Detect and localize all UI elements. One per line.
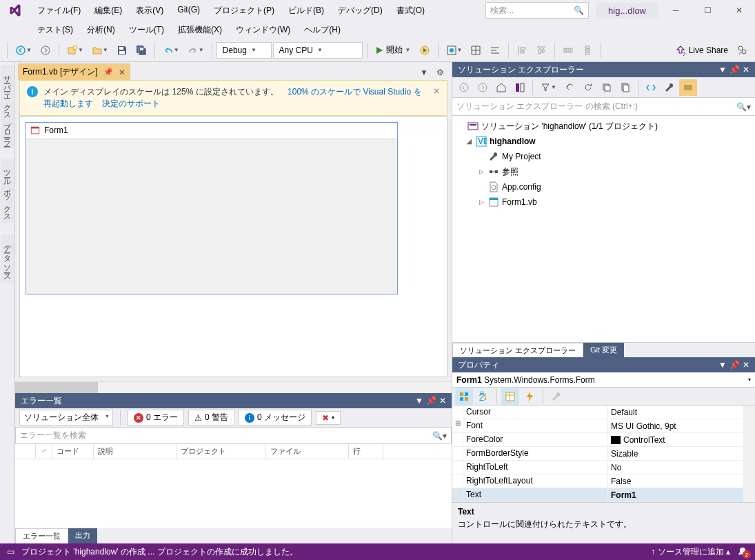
prop-font[interactable]: ⊞FontMS UI Gothic, 9pt [452, 419, 743, 433]
new-project-button[interactable]: ▼ [63, 42, 87, 59]
solution-search-input[interactable]: ソリューション エクスプローラー の検索 (Ctrl+:) 🔍▾ [452, 98, 755, 116]
properties-button[interactable] [661, 79, 678, 96]
notifications-button[interactable]: 2 [737, 546, 748, 557]
menu-help[interactable]: ヘルプ(H) [297, 20, 348, 40]
platform-combo[interactable]: Any CPU▼ [273, 42, 363, 59]
tree-project[interactable]: ◢ VB highandlow [452, 134, 755, 149]
home-button[interactable] [492, 79, 510, 96]
prop-text[interactable]: TextForm1 [452, 488, 743, 502]
close-button[interactable]: ✕ [723, 0, 755, 21]
align-left-button[interactable] [513, 42, 531, 59]
save-button[interactable] [113, 42, 131, 59]
sync-button[interactable] [561, 79, 578, 96]
col-code[interactable]: コード [52, 444, 94, 459]
show-all-files-button[interactable] [616, 79, 634, 96]
solution-name-label[interactable]: hig...dlow [596, 3, 658, 19]
pin-icon[interactable]: 📌 [103, 68, 113, 77]
document-tab[interactable]: Form1.vb [デザイン] 📌 ✕ [18, 63, 130, 80]
close-tab-icon[interactable]: ✕ [119, 68, 125, 77]
back-button[interactable]: ▼ [12, 42, 35, 59]
prop-righttoleftlayout[interactable]: RightToLeftLayoutFalse [452, 474, 743, 488]
source-control-button[interactable]: ↑ ソース管理に追加 ▴ [651, 546, 730, 558]
save-all-button[interactable] [132, 42, 150, 59]
refresh-button[interactable] [579, 79, 597, 96]
menu-test[interactable]: テスト(S) [30, 20, 80, 40]
warnings-filter-button[interactable]: ⚠0 警告 [188, 410, 234, 426]
categorized-button[interactable] [455, 388, 473, 405]
output-tab[interactable]: 出力 [68, 528, 97, 543]
tree-solution-root[interactable]: ソリューション 'highandlow' (1/1 プロジェクト) [452, 119, 755, 134]
align-top-button[interactable] [532, 42, 550, 59]
live-share-button[interactable]: Live Share [672, 42, 732, 59]
collapse-all-button[interactable] [598, 79, 616, 96]
errorlist-search-input[interactable]: エラー一覧を検索 🔍▾ [15, 428, 452, 444]
menu-format[interactable]: 書式(O) [390, 1, 432, 21]
errors-filter-button[interactable]: ✕0 エラー [128, 410, 184, 426]
info-close-icon[interactable]: ✕ [433, 86, 440, 96]
tree-appconfig[interactable]: App.config [452, 179, 755, 194]
properties-scrollbar[interactable] [743, 406, 755, 502]
panel-dropdown-icon[interactable]: ▼ [718, 65, 727, 74]
horizontal-scrollbar[interactable] [15, 381, 452, 393]
datasources-tab[interactable]: データ ソース [1, 234, 14, 283]
undo-button[interactable]: ▼ [159, 42, 183, 59]
properties-object-combo[interactable]: Form1 System.Windows.Forms.Form ▾ [452, 372, 755, 388]
close-panel-icon[interactable]: ✕ [743, 65, 749, 74]
open-button[interactable]: ▼ [88, 42, 112, 59]
menu-file[interactable]: ファイル(F) [30, 1, 88, 21]
panel-dropdown-icon[interactable]: ▼ [718, 360, 727, 370]
start-without-debug-button[interactable] [416, 42, 434, 59]
expand-arrow-icon[interactable]: ▷ [477, 168, 485, 175]
hspace-button[interactable] [559, 42, 577, 59]
prop-forecolor[interactable]: ForeColorControlText [452, 433, 743, 447]
property-pages-button[interactable] [547, 388, 565, 405]
switch-views-button[interactable] [511, 79, 529, 96]
vspace-button[interactable] [578, 42, 596, 59]
server-explorer-tab[interactable]: サーバー エクスプローラー [1, 65, 14, 148]
menu-window[interactable]: ウィンドウ(W) [229, 20, 297, 40]
redo-button[interactable]: ▼ [184, 42, 208, 59]
solution-explorer-tab[interactable]: ソリューション エクスプローラー [452, 343, 583, 357]
menu-analyze[interactable]: 分析(N) [80, 20, 122, 40]
messages-filter-button[interactable]: i0 メッセージ [239, 410, 312, 426]
col-icon[interactable] [15, 444, 36, 459]
buildintellisense-button[interactable]: ✖▾ [316, 411, 341, 425]
maximize-button[interactable]: ☐ [692, 0, 723, 21]
forward-button[interactable] [474, 79, 492, 96]
layout-button[interactable]: ▼ [443, 42, 466, 59]
align-button[interactable] [486, 42, 504, 59]
properties-button[interactable] [501, 388, 519, 405]
events-button[interactable] [521, 388, 538, 405]
expand-arrow-icon[interactable]: ▷ [477, 199, 485, 206]
close-panel-icon[interactable]: ✕ [439, 396, 446, 406]
pin-icon[interactable]: 📌 [729, 65, 740, 74]
start-button[interactable]: 開始▼ [372, 41, 414, 59]
panel-dropdown-icon[interactable]: ▼ [415, 396, 423, 406]
prop-cursor[interactable]: CursorDefault [452, 406, 743, 419]
expand-icon[interactable]: ⊞ [452, 419, 463, 432]
prop-formborderstyle[interactable]: FormBorderStyleSizable [452, 447, 743, 461]
errorlist-scope-combo[interactable]: ソリューション全体 [19, 410, 113, 426]
alphabetical-button[interactable]: AZ [474, 388, 492, 405]
menu-debug[interactable]: デバッグ(D) [331, 1, 390, 21]
preview-button[interactable] [679, 79, 697, 96]
configuration-combo[interactable]: Debug▼ [217, 42, 272, 59]
forward-button[interactable] [37, 42, 54, 59]
col-line[interactable]: 行 [349, 444, 383, 459]
minimize-button[interactable]: ─ [660, 0, 692, 21]
back-button[interactable] [455, 79, 473, 96]
errorlist-tab[interactable]: エラー一覧 [15, 528, 68, 543]
menu-tools[interactable]: ツール(T) [122, 20, 171, 40]
expand-arrow-icon[interactable]: ◢ [465, 138, 473, 145]
feedback-button[interactable] [733, 42, 751, 59]
grid-button[interactable] [467, 42, 485, 59]
col-suppress[interactable]: ⟋ [36, 444, 52, 459]
view-code-button[interactable] [642, 79, 660, 96]
menu-edit[interactable]: 編集(E) [88, 1, 129, 21]
menu-view[interactable]: 表示(V) [129, 1, 170, 21]
prop-righttoleft[interactable]: RightToLeftNo [452, 461, 743, 474]
col-file[interactable]: ファイル [266, 444, 349, 459]
menu-git[interactable]: Git(G) [170, 1, 207, 21]
toolbox-tab[interactable]: ツールボックス [1, 159, 14, 223]
support-link[interactable]: 決定のサポート [102, 99, 160, 108]
